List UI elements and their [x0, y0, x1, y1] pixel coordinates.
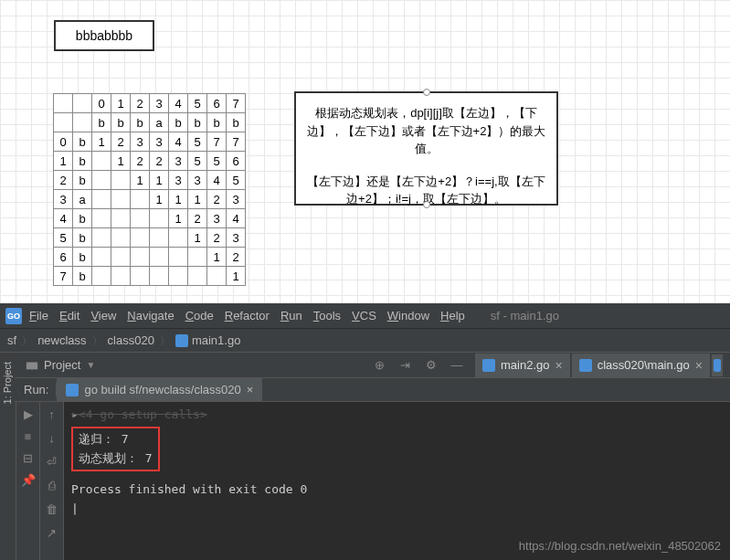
dp-cell: 1	[150, 190, 169, 209]
editor-tabs: main2.go × class020\main.go ×	[475, 354, 723, 377]
hide-icon[interactable]: —	[450, 358, 464, 373]
run-config-tab[interactable]: go build sf/newclass/class020 ×	[57, 378, 262, 401]
menu-item-run[interactable]: Run	[275, 307, 308, 324]
dp-cell	[150, 228, 169, 248]
menu-item-file[interactable]: File	[24, 307, 54, 324]
header-cell: 7	[227, 94, 246, 113]
run-bar: Run: go build sf/newclass/class020 ×	[0, 378, 730, 402]
dp-cell: 4	[227, 209, 246, 228]
dp-cell: 6	[227, 152, 246, 171]
go-file-icon	[714, 359, 721, 372]
dp-cell: 2	[54, 171, 73, 190]
explanation-p1: 根据动态规划表，dp[i][j]取【左边】，【下边】，【左下边】或者【左下边+2…	[303, 104, 549, 158]
dp-cell: 2	[207, 228, 227, 248]
chevron-down-icon: ▼	[86, 360, 95, 370]
close-icon[interactable]: ×	[247, 383, 254, 396]
dp-cell	[150, 209, 169, 228]
close-icon[interactable]: ×	[695, 358, 703, 373]
dp-cell	[92, 209, 111, 228]
dp-cell: 5	[188, 152, 207, 171]
dp-cell: 7	[54, 267, 73, 286]
layout-icon[interactable]: ⊟	[20, 449, 37, 466]
menu-item-navigate[interactable]: Navigate	[122, 307, 179, 324]
stop-icon[interactable]: ■	[20, 428, 37, 444]
export-icon[interactable]: ↗	[44, 524, 60, 541]
crumb-root[interactable]: sf	[7, 333, 16, 347]
dp-cell: 1	[169, 209, 188, 228]
toolbar-row: Project ▼ ⊕ ⇥ ⚙ — main2.go × class020\ma…	[0, 353, 730, 378]
menu-item-window[interactable]: Window	[382, 307, 435, 324]
up-icon[interactable]: ↑	[44, 406, 60, 422]
svg-rect-0	[26, 362, 37, 369]
go-file-icon	[579, 359, 592, 372]
char-cell	[54, 113, 73, 132]
ide-window: 1: Project GO FileEditViewNavigateCodeRe…	[0, 303, 730, 560]
trash-icon[interactable]: 🗑	[44, 501, 60, 517]
dp-cell	[131, 248, 150, 267]
dp-cell	[92, 152, 111, 171]
dp-cell	[92, 267, 111, 286]
char-cell: b	[111, 113, 131, 132]
close-icon[interactable]: ×	[555, 358, 562, 373]
dp-cell: b	[73, 209, 92, 228]
editor-tab-partial[interactable]	[712, 354, 723, 376]
menu-item-help[interactable]: Help	[435, 307, 471, 324]
dp-cell	[92, 171, 111, 190]
dp-cell: 2	[227, 248, 246, 267]
dp-cell	[111, 190, 131, 209]
dp-cell: 1	[54, 152, 73, 171]
dp-cell: 1	[169, 190, 188, 209]
selection-handle-icon[interactable]	[423, 89, 430, 96]
dp-cell: 6	[54, 248, 73, 267]
dp-cell: 3	[131, 132, 150, 152]
dp-cell: 3	[227, 190, 246, 209]
dp-cell: a	[73, 190, 92, 209]
down-icon[interactable]: ↓	[44, 429, 60, 446]
menu-item-refactor[interactable]: Refactor	[219, 307, 275, 324]
dp-cell: 3	[150, 132, 169, 152]
dp-cell: 1	[131, 171, 150, 190]
dp-cell: 1	[150, 171, 169, 190]
collapse-icon[interactable]: ⇥	[398, 358, 413, 373]
dp-cell: 1	[207, 248, 227, 267]
console-output[interactable]: ▸<4 go setup calls> 递归： 7 动态规划： 7 Proces…	[64, 402, 730, 560]
header-cell: 6	[207, 94, 227, 113]
target-icon[interactable]: ⊕	[373, 358, 387, 373]
print-icon[interactable]: ⎙	[44, 477, 60, 493]
char-cell: b	[131, 113, 150, 132]
dp-cell: 1	[92, 132, 111, 152]
dp-cell: 4	[207, 171, 227, 190]
menu-item-tools[interactable]: Tools	[308, 307, 346, 324]
dp-table: 01234567 bbbabbbb 0b123345771b12235562b1…	[53, 93, 246, 286]
explanation-box: 根据动态规划表，dp[i][j]取【左边】，【下边】，【左下边】或者【左下边+2…	[294, 91, 558, 206]
pin-icon[interactable]: 📌	[20, 471, 37, 488]
wrap-icon[interactable]: ⏎	[44, 453, 60, 470]
dp-cell	[111, 267, 131, 286]
selection-handle-icon[interactable]	[423, 201, 430, 208]
crumb-folder[interactable]: newclass	[37, 333, 86, 347]
gear-icon[interactable]: ⚙	[424, 358, 439, 373]
project-panel-tab[interactable]: Project ▼	[16, 358, 104, 372]
crumb-folder[interactable]: class020	[108, 333, 154, 347]
dp-cell: b	[73, 152, 92, 171]
dp-cell: 3	[169, 171, 188, 190]
dp-cell	[131, 190, 150, 209]
dp-cell: 3	[227, 228, 246, 248]
sidebar-tab-project[interactable]: 1: Project	[0, 358, 15, 407]
menu-item-code[interactable]: Code	[180, 307, 219, 324]
run-icon[interactable]: ▶	[20, 406, 37, 422]
menu-item-view[interactable]: View	[85, 307, 122, 324]
editor-tab[interactable]: main2.go ×	[475, 354, 570, 377]
dp-cell	[111, 171, 131, 190]
char-cell: b	[169, 113, 188, 132]
dp-cell: 3	[169, 152, 188, 171]
dp-cell: 5	[54, 228, 73, 248]
menu-item-vcs[interactable]: VCS	[346, 307, 382, 324]
header-cell	[73, 94, 92, 113]
menu-item-edit[interactable]: Edit	[54, 307, 85, 324]
header-cell: 3	[150, 94, 169, 113]
editor-tab[interactable]: class020\main.go ×	[572, 354, 710, 377]
dp-cell: 0	[54, 132, 73, 152]
exit-line: Process finished with exit code 0	[71, 481, 723, 500]
crumb-file[interactable]: main1.go	[192, 333, 240, 347]
